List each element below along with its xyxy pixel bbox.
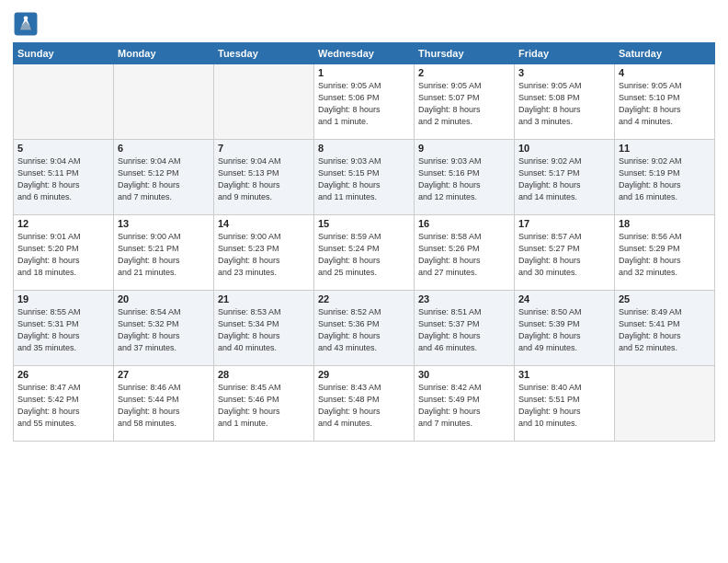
day-number: 7 bbox=[218, 143, 310, 154]
cell-info: Sunrise: 8:56 AMSunset: 5:29 PMDaylight:… bbox=[619, 231, 711, 279]
cell-info: Sunrise: 9:05 AMSunset: 5:06 PMDaylight:… bbox=[318, 80, 410, 128]
day-number: 20 bbox=[118, 293, 210, 304]
cell-info: Sunrise: 8:46 AMSunset: 5:44 PMDaylight:… bbox=[118, 382, 210, 430]
cal-cell: 21Sunrise: 8:53 AMSunset: 5:34 PMDayligh… bbox=[214, 291, 314, 366]
day-number: 2 bbox=[418, 67, 510, 78]
day-number: 28 bbox=[218, 369, 310, 380]
cal-cell: 7Sunrise: 9:04 AMSunset: 5:13 PMDaylight… bbox=[214, 140, 314, 215]
day-number: 17 bbox=[518, 218, 610, 229]
cal-cell: 13Sunrise: 9:00 AMSunset: 5:21 PMDayligh… bbox=[114, 215, 214, 291]
day-number: 27 bbox=[118, 369, 210, 380]
day-number: 3 bbox=[518, 67, 610, 78]
cal-cell: 28Sunrise: 8:45 AMSunset: 5:46 PMDayligh… bbox=[214, 366, 314, 442]
cal-cell: 16Sunrise: 8:58 AMSunset: 5:26 PMDayligh… bbox=[415, 215, 515, 291]
week-row-3: 19Sunrise: 8:55 AMSunset: 5:31 PMDayligh… bbox=[14, 291, 715, 366]
page-container: SundayMondayTuesdayWednesdayThursdayFrid… bbox=[0, 0, 728, 563]
cal-cell: 19Sunrise: 8:55 AMSunset: 5:31 PMDayligh… bbox=[14, 291, 114, 366]
cell-info: Sunrise: 8:42 AMSunset: 5:49 PMDaylight:… bbox=[418, 382, 510, 430]
day-number: 5 bbox=[17, 143, 109, 154]
day-header-tuesday: Tuesday bbox=[214, 43, 314, 64]
cal-cell: 22Sunrise: 8:52 AMSunset: 5:36 PMDayligh… bbox=[314, 291, 415, 366]
cal-cell: 11Sunrise: 9:02 AMSunset: 5:19 PMDayligh… bbox=[615, 140, 715, 215]
cell-info: Sunrise: 8:49 AMSunset: 5:41 PMDaylight:… bbox=[619, 306, 711, 354]
cell-info: Sunrise: 8:55 AMSunset: 5:31 PMDaylight:… bbox=[17, 306, 109, 354]
day-number: 23 bbox=[418, 293, 510, 304]
cal-cell bbox=[214, 64, 314, 140]
cal-cell: 31Sunrise: 8:40 AMSunset: 5:51 PMDayligh… bbox=[515, 366, 615, 442]
cell-info: Sunrise: 8:53 AMSunset: 5:34 PMDaylight:… bbox=[218, 306, 310, 354]
cal-cell: 3Sunrise: 9:05 AMSunset: 5:08 PMDaylight… bbox=[515, 64, 615, 140]
logo bbox=[13, 11, 40, 37]
cell-info: Sunrise: 8:45 AMSunset: 5:46 PMDaylight:… bbox=[218, 382, 310, 430]
cell-info: Sunrise: 9:04 AMSunset: 5:12 PMDaylight:… bbox=[118, 155, 210, 203]
cal-cell: 17Sunrise: 8:57 AMSunset: 5:27 PMDayligh… bbox=[515, 215, 615, 291]
day-number: 16 bbox=[418, 218, 510, 229]
cell-info: Sunrise: 9:04 AMSunset: 5:13 PMDaylight:… bbox=[218, 155, 310, 203]
cell-info: Sunrise: 9:02 AMSunset: 5:19 PMDaylight:… bbox=[619, 155, 711, 203]
logo-icon bbox=[13, 11, 39, 37]
day-number: 18 bbox=[619, 218, 711, 229]
cal-cell: 5Sunrise: 9:04 AMSunset: 5:11 PMDaylight… bbox=[14, 140, 114, 215]
cal-cell bbox=[114, 64, 214, 140]
day-number: 12 bbox=[17, 218, 109, 229]
cell-info: Sunrise: 8:43 AMSunset: 5:48 PMDaylight:… bbox=[318, 382, 410, 430]
cal-cell: 1Sunrise: 9:05 AMSunset: 5:06 PMDaylight… bbox=[314, 64, 415, 140]
cal-cell: 14Sunrise: 9:00 AMSunset: 5:23 PMDayligh… bbox=[214, 215, 314, 291]
week-row-2: 12Sunrise: 9:01 AMSunset: 5:20 PMDayligh… bbox=[14, 215, 715, 291]
cell-info: Sunrise: 9:05 AMSunset: 5:10 PMDaylight:… bbox=[619, 80, 711, 128]
cal-cell: 18Sunrise: 8:56 AMSunset: 5:29 PMDayligh… bbox=[615, 215, 715, 291]
cal-cell: 30Sunrise: 8:42 AMSunset: 5:49 PMDayligh… bbox=[415, 366, 515, 442]
cal-cell: 26Sunrise: 8:47 AMSunset: 5:42 PMDayligh… bbox=[14, 366, 114, 442]
cal-cell: 24Sunrise: 8:50 AMSunset: 5:39 PMDayligh… bbox=[515, 291, 615, 366]
day-header-thursday: Thursday bbox=[415, 43, 515, 64]
cell-info: Sunrise: 8:59 AMSunset: 5:24 PMDaylight:… bbox=[318, 231, 410, 279]
week-row-4: 26Sunrise: 8:47 AMSunset: 5:42 PMDayligh… bbox=[14, 366, 715, 442]
cell-info: Sunrise: 9:00 AMSunset: 5:21 PMDaylight:… bbox=[118, 231, 210, 279]
cell-info: Sunrise: 8:47 AMSunset: 5:42 PMDaylight:… bbox=[17, 382, 109, 430]
day-header-monday: Monday bbox=[114, 43, 214, 64]
cell-info: Sunrise: 8:58 AMSunset: 5:26 PMDaylight:… bbox=[418, 231, 510, 279]
cal-cell: 2Sunrise: 9:05 AMSunset: 5:07 PMDaylight… bbox=[415, 64, 515, 140]
svg-point-3 bbox=[24, 16, 28, 20]
cell-info: Sunrise: 9:04 AMSunset: 5:11 PMDaylight:… bbox=[17, 155, 109, 203]
day-number: 26 bbox=[17, 369, 109, 380]
cell-info: Sunrise: 9:02 AMSunset: 5:17 PMDaylight:… bbox=[518, 155, 610, 203]
cal-cell: 9Sunrise: 9:03 AMSunset: 5:16 PMDaylight… bbox=[415, 140, 515, 215]
day-number: 8 bbox=[318, 143, 410, 154]
cell-info: Sunrise: 8:57 AMSunset: 5:27 PMDaylight:… bbox=[518, 231, 610, 279]
cal-cell: 10Sunrise: 9:02 AMSunset: 5:17 PMDayligh… bbox=[515, 140, 615, 215]
day-header-row: SundayMondayTuesdayWednesdayThursdayFrid… bbox=[14, 43, 715, 64]
day-number: 1 bbox=[318, 67, 410, 78]
day-number: 9 bbox=[418, 143, 510, 154]
cal-cell: 23Sunrise: 8:51 AMSunset: 5:37 PMDayligh… bbox=[415, 291, 515, 366]
cell-info: Sunrise: 9:05 AMSunset: 5:07 PMDaylight:… bbox=[418, 80, 510, 128]
cal-cell bbox=[14, 64, 114, 140]
cal-cell: 29Sunrise: 8:43 AMSunset: 5:48 PMDayligh… bbox=[314, 366, 415, 442]
week-row-1: 5Sunrise: 9:04 AMSunset: 5:11 PMDaylight… bbox=[14, 140, 715, 215]
day-header-friday: Friday bbox=[515, 43, 615, 64]
cal-cell: 27Sunrise: 8:46 AMSunset: 5:44 PMDayligh… bbox=[114, 366, 214, 442]
day-number: 31 bbox=[518, 369, 610, 380]
day-number: 22 bbox=[318, 293, 410, 304]
day-number: 6 bbox=[118, 143, 210, 154]
cal-cell bbox=[615, 366, 715, 442]
day-number: 4 bbox=[619, 67, 711, 78]
week-row-0: 1Sunrise: 9:05 AMSunset: 5:06 PMDaylight… bbox=[14, 64, 715, 140]
cal-cell: 4Sunrise: 9:05 AMSunset: 5:10 PMDaylight… bbox=[615, 64, 715, 140]
cal-cell: 6Sunrise: 9:04 AMSunset: 5:12 PMDaylight… bbox=[114, 140, 214, 215]
day-number: 25 bbox=[619, 293, 711, 304]
cell-info: Sunrise: 8:40 AMSunset: 5:51 PMDaylight:… bbox=[518, 382, 610, 430]
cal-cell: 20Sunrise: 8:54 AMSunset: 5:32 PMDayligh… bbox=[114, 291, 214, 366]
day-number: 10 bbox=[518, 143, 610, 154]
cell-info: Sunrise: 8:50 AMSunset: 5:39 PMDaylight:… bbox=[518, 306, 610, 354]
calendar-table: SundayMondayTuesdayWednesdayThursdayFrid… bbox=[13, 42, 715, 442]
day-number: 15 bbox=[318, 218, 410, 229]
cell-info: Sunrise: 8:54 AMSunset: 5:32 PMDaylight:… bbox=[118, 306, 210, 354]
cell-info: Sunrise: 8:52 AMSunset: 5:36 PMDaylight:… bbox=[318, 306, 410, 354]
cal-cell: 8Sunrise: 9:03 AMSunset: 5:15 PMDaylight… bbox=[314, 140, 415, 215]
cell-info: Sunrise: 9:03 AMSunset: 5:15 PMDaylight:… bbox=[318, 155, 410, 203]
cal-cell: 15Sunrise: 8:59 AMSunset: 5:24 PMDayligh… bbox=[314, 215, 415, 291]
day-number: 29 bbox=[318, 369, 410, 380]
cell-info: Sunrise: 9:05 AMSunset: 5:08 PMDaylight:… bbox=[518, 80, 610, 128]
day-number: 11 bbox=[619, 143, 711, 154]
